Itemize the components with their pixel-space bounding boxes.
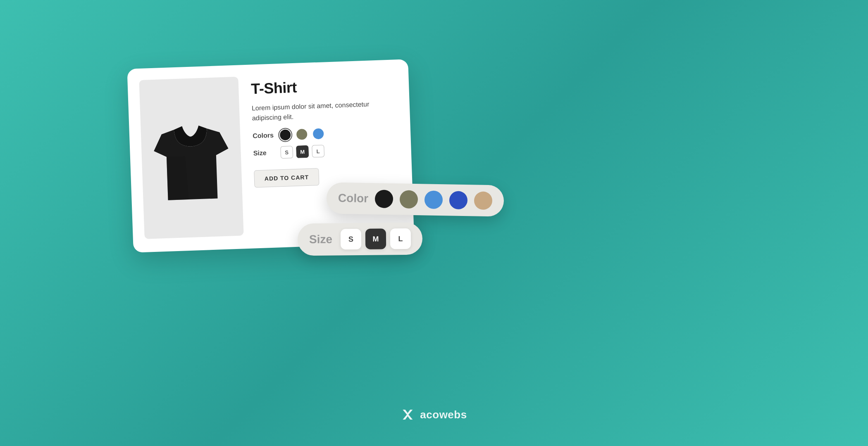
size-options: S M L: [280, 145, 324, 159]
pill-color-tan[interactable]: [474, 191, 493, 210]
pill-size-s[interactable]: S: [341, 229, 361, 249]
color-option-blue[interactable]: [313, 128, 324, 140]
color-pill-label: Color: [338, 192, 369, 205]
logo-text: acowebs: [420, 408, 467, 421]
colors-label: Colors: [253, 132, 274, 140]
size-selector-pill: Size S M L: [298, 223, 423, 256]
size-btn-s[interactable]: S: [280, 146, 293, 159]
size-label: Size: [253, 149, 275, 157]
size-btn-l[interactable]: L: [312, 145, 324, 157]
color-option-black[interactable]: [280, 129, 291, 140]
add-to-cart-button[interactable]: ADD TO CART: [254, 168, 320, 187]
size-row: Size S M L: [253, 142, 400, 159]
product-title: T-Shirt: [251, 75, 398, 97]
color-selector-pill: Color: [326, 182, 504, 216]
product-description: Lorem ipsum dolor sit amet, consectetur …: [252, 98, 398, 123]
product-image-area: [139, 77, 243, 239]
logo-icon: [401, 408, 414, 421]
size-pill-label: Size: [309, 233, 332, 246]
logo-area: acowebs: [401, 408, 467, 421]
colors-row: Colors: [253, 126, 399, 141]
pill-color-black[interactable]: [375, 190, 393, 208]
product-image: [148, 107, 234, 209]
size-btn-m[interactable]: M: [296, 145, 309, 158]
pill-size-m[interactable]: M: [365, 228, 386, 249]
pill-size-l[interactable]: L: [390, 228, 411, 249]
pill-color-steel-blue[interactable]: [424, 190, 443, 209]
pill-color-dark-blue[interactable]: [449, 191, 468, 209]
color-option-olive[interactable]: [296, 129, 308, 140]
size-pill-options: S M L: [341, 228, 411, 249]
pill-color-olive[interactable]: [400, 190, 418, 209]
